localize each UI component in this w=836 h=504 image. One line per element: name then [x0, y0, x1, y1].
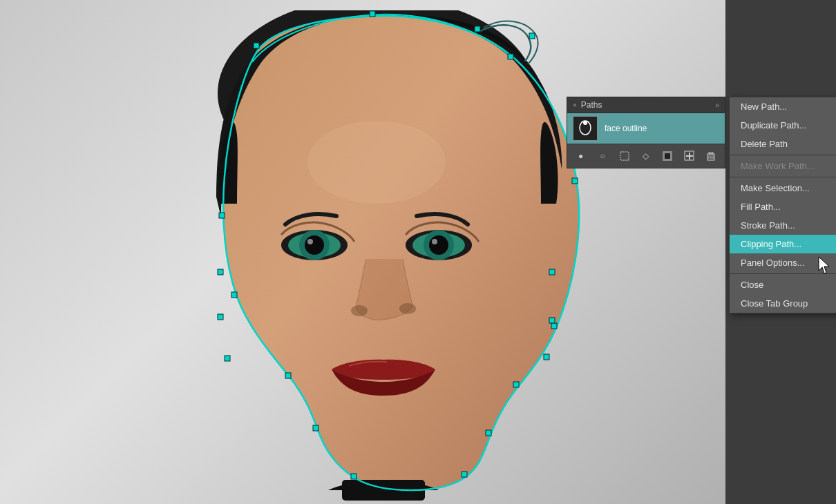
stroke-path-button[interactable]: ○ [595, 148, 610, 164]
paths-panel-title: Paths [581, 100, 602, 110]
context-menu-new-path[interactable]: New Path... [730, 97, 836, 116]
svg-point-37 [583, 121, 587, 125]
svg-rect-40 [665, 153, 670, 159]
svg-rect-31 [549, 318, 555, 323]
svg-rect-43 [689, 153, 690, 159]
svg-point-6 [307, 239, 313, 244]
context-menu-divider-3 [730, 273, 836, 274]
context-menu-duplicate-path[interactable]: Duplicate Path... [730, 116, 836, 135]
svg-rect-30 [218, 314, 223, 320]
path-name: face outline [605, 124, 647, 133]
svg-rect-19 [551, 323, 557, 329]
svg-rect-16 [370, 11, 375, 17]
make-work-path-button[interactable]: ◇ [638, 148, 654, 164]
new-path-button[interactable] [682, 148, 697, 164]
svg-rect-20 [513, 382, 519, 387]
context-menu-divider-2 [730, 177, 836, 177]
panel-expand-button[interactable]: » [715, 101, 719, 109]
face-container [114, 10, 611, 501]
svg-point-1 [307, 121, 446, 204]
context-menu: New Path... Duplicate Path... Delete Pat… [729, 97, 836, 313]
context-menu-make-work-path: Make Work Path... [730, 157, 836, 175]
paths-panel-header-left: × Paths [573, 100, 602, 110]
svg-rect-29 [549, 269, 555, 275]
svg-rect-18 [572, 178, 578, 184]
add-mask-button[interactable] [660, 148, 675, 164]
context-menu-clipping-path[interactable]: Clipping Path... [730, 235, 836, 253]
delete-path-button[interactable] [703, 148, 719, 164]
paths-panel: × Paths » face outline ● ○ ◇ [567, 97, 725, 168]
svg-rect-27 [219, 213, 225, 218]
svg-point-11 [432, 239, 437, 244]
svg-rect-35 [529, 33, 535, 39]
canvas-area [0, 0, 725, 504]
svg-rect-22 [462, 472, 467, 477]
svg-rect-34 [475, 26, 480, 32]
context-menu-close[interactable]: Close [730, 275, 836, 294]
paths-panel-header: × Paths » [567, 97, 725, 113]
face-svg [114, 10, 611, 501]
context-menu-close-tab-group[interactable]: Close Tab Group [730, 294, 836, 313]
svg-point-13 [399, 303, 416, 314]
context-menu-make-selection[interactable]: Make Selection... [730, 179, 836, 197]
svg-rect-25 [285, 373, 291, 378]
svg-point-10 [429, 235, 448, 255]
svg-point-12 [351, 305, 368, 316]
paths-toolbar: ● ○ ◇ [567, 144, 725, 168]
svg-rect-23 [351, 474, 357, 479]
load-selection-button[interactable] [617, 148, 632, 164]
svg-rect-15 [254, 43, 259, 48]
svg-rect-45 [709, 153, 713, 154]
path-item[interactable]: face outline [567, 113, 725, 144]
context-menu-panel-options[interactable]: Panel Options... [730, 253, 836, 272]
svg-point-5 [305, 235, 324, 255]
svg-rect-17 [508, 54, 513, 59]
fill-path-button[interactable]: ● [573, 148, 589, 164]
context-menu-fill-path[interactable]: Fill Path... [730, 197, 836, 216]
svg-rect-21 [486, 430, 491, 436]
context-menu-divider-1 [730, 155, 836, 155]
path-thumbnail [573, 116, 598, 141]
context-menu-stroke-path[interactable]: Stroke Path... [730, 216, 836, 235]
svg-rect-26 [231, 292, 237, 298]
svg-rect-33 [544, 354, 549, 360]
context-menu-delete-path[interactable]: Delete Path [730, 135, 836, 153]
svg-rect-28 [218, 269, 223, 275]
panel-close-button[interactable]: × [573, 101, 577, 109]
svg-rect-32 [225, 356, 230, 361]
svg-rect-24 [313, 425, 319, 431]
svg-rect-38 [620, 152, 629, 160]
